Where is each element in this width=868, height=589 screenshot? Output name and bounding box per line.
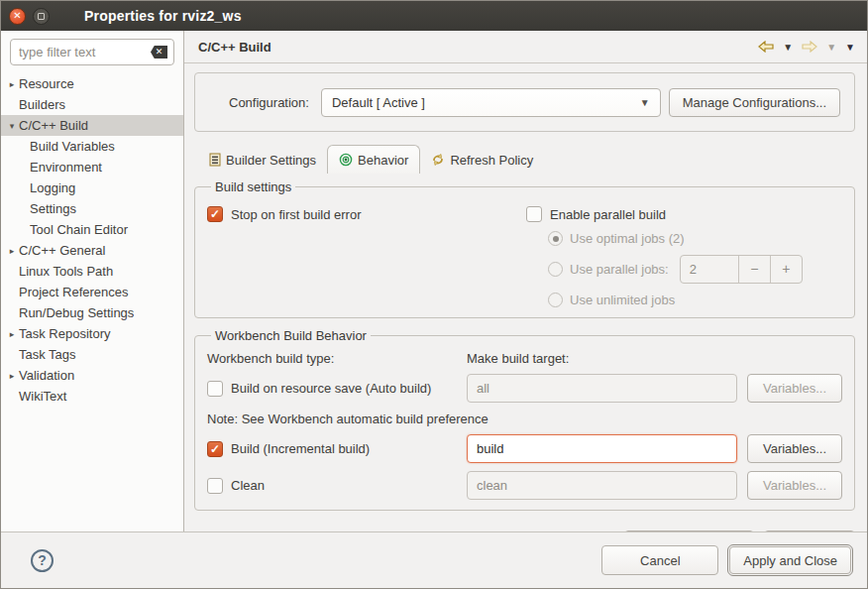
tree-item[interactable]: Tool Chain Editor — [1, 219, 183, 240]
combo-caret-icon: ▼ — [640, 97, 650, 108]
workbench-build-type-label: Workbench build type: — [207, 351, 457, 366]
manage-configurations-button[interactable]: Manage Configurations... — [669, 88, 840, 117]
workbench-build-behavior-group: Workbench Build Behavior Workbench build… — [194, 328, 855, 511]
workbench-legend: Workbench Build Behavior — [211, 328, 371, 343]
tree-item[interactable]: Logging — [1, 177, 183, 198]
tree-item-label: Tool Chain Editor — [30, 222, 128, 237]
forward-history-caret-icon[interactable]: ▼ — [826, 42, 836, 53]
tree-item-label: Builders — [19, 97, 65, 112]
use-optimal-jobs-label: Use optimal jobs (2) — [570, 231, 685, 246]
incremental-build-label: Build (Incremental build) — [231, 441, 370, 456]
tree-item-label: Project References — [19, 285, 129, 299]
tree-item[interactable]: Build Variables — [1, 136, 183, 157]
configuration-select[interactable]: Default [ Active ] ▼ — [321, 88, 661, 117]
use-optimal-jobs-radio — [548, 231, 563, 246]
filter-input[interactable] — [10, 39, 174, 65]
build-settings-group: Build settings ✓ Stop on first build err… — [194, 179, 855, 318]
tab-builder-settings[interactable]: Builder Settings — [198, 146, 327, 174]
auto-build-variables-button: Variables... — [747, 374, 842, 403]
window-maximize-icon[interactable] — [33, 8, 50, 25]
forward-arrow-icon[interactable] — [802, 41, 817, 53]
use-parallel-jobs-radio — [548, 262, 563, 277]
incremental-variables-button[interactable]: Variables... — [747, 434, 842, 463]
back-history-caret-icon[interactable]: ▼ — [783, 42, 793, 53]
tree-item[interactable]: Linux Tools Path — [1, 261, 183, 282]
tab-bar: Builder Settings Behavior Refresh Policy — [194, 145, 855, 174]
tree-item[interactable]: Environment — [1, 157, 183, 177]
spinner-increment-button: + — [770, 256, 802, 283]
tree-item[interactable]: ▸ C/C++ General — [1, 240, 183, 261]
window-title: Properties for rviz2_ws — [84, 8, 242, 24]
tab-refresh-policy[interactable]: Refresh Policy — [420, 146, 544, 174]
builder-settings-icon — [209, 153, 221, 167]
tab-label: Builder Settings — [226, 153, 316, 168]
tree-item[interactable]: Settings — [1, 198, 183, 219]
make-build-target-label: Make build target: — [467, 351, 737, 366]
configuration-value: Default [ Active ] — [332, 95, 425, 110]
tree-item[interactable]: ▸ Task Repository — [1, 323, 183, 344]
behavior-icon — [339, 153, 353, 167]
apply-and-close-button[interactable]: Apply and Close — [729, 546, 851, 574]
stop-on-first-error-checkbox[interactable]: ✓ — [207, 206, 223, 222]
tree-item[interactable]: ▸ Resource — [1, 73, 183, 94]
spinner-decrement-button: − — [738, 256, 770, 283]
cancel-button[interactable]: Cancel — [601, 545, 718, 575]
clean-checkbox[interactable] — [207, 478, 223, 494]
tree-item-label: Linux Tools Path — [19, 264, 113, 279]
workbench-note: Note: See Workbench automatic build pref… — [207, 412, 842, 426]
sidebar: ✕ ▸ Resource Builders ▾ C/C++ Build Bui — [1, 31, 184, 531]
tree-item[interactable]: Builders — [1, 94, 183, 115]
tree-arrow[interactable]: ▸ — [6, 246, 18, 256]
auto-build-target-input — [467, 374, 737, 403]
tree-item-label: Settings — [30, 201, 76, 216]
tree-item-label: Environment — [30, 160, 102, 175]
main-pane: C/C++ Build ▼ ▼ ▼ Configuration: — [184, 31, 867, 531]
tree-item-label: C/C++ Build — [19, 118, 88, 133]
clean-variables-button: Variables... — [747, 471, 842, 500]
window-close-icon[interactable]: ✕ — [9, 8, 26, 25]
use-parallel-jobs-label: Use parallel jobs: — [570, 262, 669, 277]
incremental-build-checkbox[interactable]: ✓ — [207, 441, 223, 457]
use-unlimited-jobs-radio — [548, 293, 563, 307]
tree-arrow[interactable]: ▸ — [6, 371, 18, 381]
enable-parallel-build-checkbox[interactable] — [526, 206, 542, 222]
configuration-panel: Configuration: Default [ Active ] ▼ Mana… — [194, 72, 855, 132]
properties-tree: ▸ Resource Builders ▾ C/C++ Build Build … — [1, 71, 183, 531]
view-menu-caret-icon[interactable]: ▼ — [845, 42, 855, 53]
tree-arrow[interactable]: ▸ — [6, 79, 18, 89]
tree-item[interactable]: Project References — [1, 282, 183, 302]
parallel-jobs-spinner: 2 − + — [680, 255, 803, 284]
dialog-footer: ? Cancel Apply and Close — [1, 531, 867, 588]
tree-item-label: Validation — [19, 368, 74, 383]
stop-on-first-error-label: Stop on first build error — [231, 207, 362, 222]
tab-behavior[interactable]: Behavior — [327, 145, 420, 174]
refresh-policy-icon — [431, 153, 445, 167]
clean-label: Clean — [231, 478, 265, 493]
tab-label: Behavior — [358, 153, 408, 168]
tree-item[interactable]: ▾ C/C++ Build — [1, 115, 183, 136]
clean-target-input — [467, 471, 737, 500]
tree-item-label: WikiText — [19, 389, 66, 404]
tree-item[interactable]: ▸ Validation — [1, 365, 183, 386]
tree-item-label: Logging — [30, 180, 75, 195]
tree-item[interactable]: WikiText — [1, 386, 183, 407]
tree-item[interactable]: Run/Debug Settings — [1, 302, 183, 323]
page-title: C/C++ Build — [198, 40, 271, 55]
configuration-label: Configuration: — [229, 95, 309, 110]
help-icon[interactable]: ? — [31, 549, 54, 572]
tree-item[interactable]: Task Tags — [1, 344, 183, 365]
enable-parallel-build-label: Enable parallel build — [550, 207, 666, 222]
tab-label: Refresh Policy — [450, 153, 533, 168]
incremental-build-target-input[interactable] — [467, 434, 737, 463]
tree-item-label: Task Repository — [19, 326, 110, 341]
use-unlimited-jobs-label: Use unlimited jobs — [570, 293, 675, 307]
back-arrow-icon[interactable] — [758, 41, 774, 53]
tree-item-label: Run/Debug Settings — [19, 305, 134, 320]
auto-build-checkbox[interactable] — [207, 381, 223, 397]
tree-item-label: Resource — [19, 76, 74, 91]
tree-arrow[interactable]: ▾ — [6, 121, 18, 131]
parallel-jobs-value: 2 — [681, 262, 738, 277]
tree-arrow[interactable]: ▸ — [6, 329, 18, 339]
properties-dialog: ✕ Properties for rviz2_ws ✕ ▸ Resource B… — [0, 0, 868, 589]
build-settings-legend: Build settings — [211, 179, 295, 194]
